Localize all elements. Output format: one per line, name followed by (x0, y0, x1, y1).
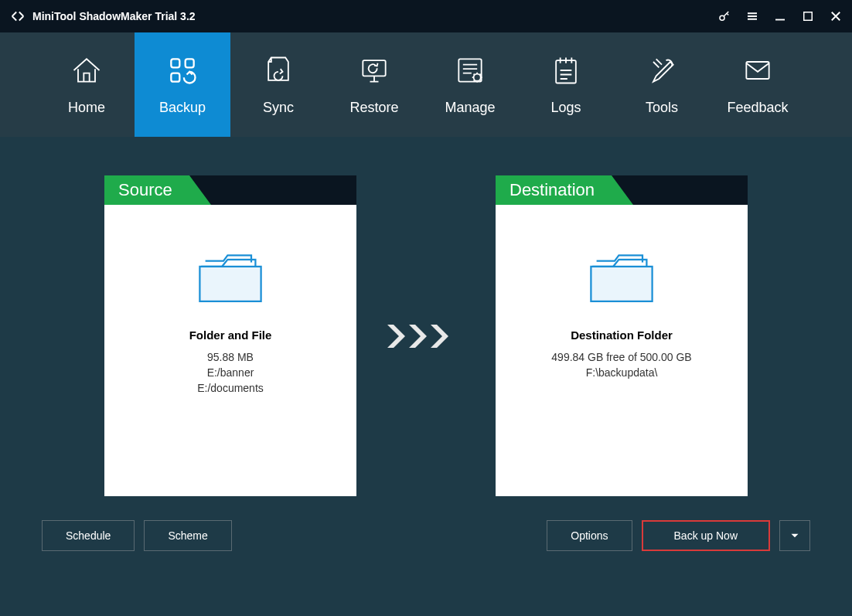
manage-icon (453, 53, 487, 87)
source-header: Source (104, 175, 356, 205)
nav-feedback[interactable]: Feedback (710, 32, 806, 137)
nav-label: Backup (159, 100, 206, 116)
tools-icon (645, 53, 679, 87)
nav-label: Tools (646, 100, 678, 116)
source-path2: E:/documents (120, 382, 341, 394)
destination-path: F:\backupdata\ (511, 366, 732, 379)
nav-label: Sync (263, 100, 294, 116)
options-button[interactable]: Options (547, 520, 632, 551)
nav-label: Manage (445, 100, 495, 116)
svg-rect-2 (171, 59, 179, 67)
app-title: MiniTool ShadowMaker Trial 3.2 (32, 10, 717, 22)
nav-home[interactable]: Home (39, 32, 135, 137)
maximize-icon[interactable] (801, 9, 815, 23)
main-area: Source Folder and File 95.88 MB E:/banne… (0, 137, 852, 585)
destination-title: Destination Folder (511, 328, 732, 342)
source-title: Folder and File (120, 328, 341, 342)
nav-logs[interactable]: Logs (518, 32, 614, 137)
home-icon (70, 53, 104, 87)
source-path1: E:/banner (120, 366, 341, 379)
backup-dropdown-button[interactable] (779, 520, 810, 551)
minimize-icon[interactable] (773, 9, 787, 23)
nav-label: Logs (550, 100, 581, 116)
destination-info: 499.84 GB free of 500.00 GB (511, 351, 732, 363)
svg-rect-6 (458, 59, 481, 81)
key-icon[interactable] (717, 9, 731, 23)
source-size: 95.88 MB (120, 351, 341, 363)
menu-icon[interactable] (745, 9, 759, 23)
nav-label: Feedback (727, 100, 788, 116)
svg-rect-8 (556, 60, 576, 83)
folder-icon (587, 251, 656, 305)
nav-label: Home (68, 100, 105, 116)
nav-label: Restore (349, 100, 398, 116)
nav-manage[interactable]: Manage (422, 32, 518, 137)
restore-icon (357, 53, 391, 87)
source-tab: Source (104, 175, 189, 205)
svg-rect-4 (171, 73, 179, 82)
destination-card[interactable]: Destination Destination Folder 499.84 GB… (496, 175, 748, 496)
destination-header: Destination (496, 175, 748, 205)
schedule-button[interactable]: Schedule (42, 520, 135, 551)
arrows-icon (387, 175, 465, 496)
titlebar: MiniTool ShadowMaker Trial 3.2 (0, 0, 852, 32)
scheme-button[interactable]: Scheme (144, 520, 231, 551)
svg-rect-5 (363, 60, 385, 76)
close-icon[interactable] (829, 9, 843, 23)
feedback-icon (741, 53, 775, 87)
nav-restore[interactable]: Restore (326, 32, 422, 137)
svg-point-0 (720, 15, 724, 20)
backup-icon (165, 53, 199, 87)
svg-point-7 (474, 74, 481, 81)
backup-now-button[interactable]: Back up Now (642, 520, 770, 551)
logs-icon (549, 53, 583, 87)
svg-rect-3 (186, 59, 194, 67)
destination-tab: Destination (496, 175, 612, 205)
source-card[interactable]: Source Folder and File 95.88 MB E:/banne… (104, 175, 356, 496)
top-nav: Home Backup Sync Restore Manage Logs Too… (0, 32, 852, 137)
nav-backup[interactable]: Backup (135, 32, 230, 137)
svg-rect-1 (804, 12, 813, 21)
nav-tools[interactable]: Tools (614, 32, 710, 137)
bottom-bar: Schedule Scheme Options Back up Now (0, 520, 852, 551)
nav-sync[interactable]: Sync (230, 32, 326, 137)
svg-rect-9 (746, 62, 769, 79)
folder-icon (196, 251, 265, 305)
sync-icon (261, 53, 295, 87)
app-logo-icon (9, 8, 26, 25)
